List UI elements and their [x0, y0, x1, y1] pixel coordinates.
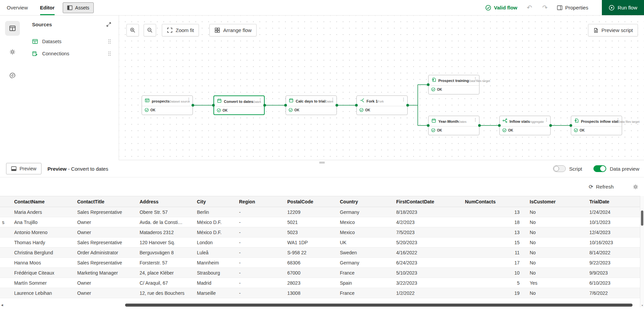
table-cell: Forsterstr. 57: [136, 260, 193, 265]
node-menu-icon[interactable]: ⋮: [187, 97, 191, 102]
drag-handle-icon[interactable]: [108, 39, 111, 44]
table-row[interactable]: Antonio MorenoOwnerMataderos 2312México …: [0, 227, 640, 237]
node-menu-icon[interactable]: ⋮: [616, 118, 620, 122]
horizontal-scrollbar[interactable]: ◀: [0, 303, 640, 307]
table-cell: Maria Anders: [10, 209, 73, 215]
rail-datasets-icon[interactable]: [5, 21, 20, 36]
node-fork-1[interactable]: Fork 1Fork ⋮ OK: [356, 95, 408, 115]
column-header[interactable]: NumContacts: [461, 199, 526, 204]
node-menu-icon[interactable]: ⋮: [473, 118, 477, 122]
column-header[interactable]: IsCustomer: [526, 199, 585, 204]
table-cell: Marketing Manager: [73, 270, 136, 276]
table-row[interactable]: Hanna MoosSales RepresentativeForsterstr…: [0, 258, 640, 268]
rail-lineage-icon[interactable]: [5, 68, 20, 83]
status-ok-icon: [359, 108, 363, 112]
column-header[interactable]: Country: [336, 199, 392, 204]
node-inflow-stats[interactable]: Inflow statsAggregate ⋮ OK: [499, 116, 551, 135]
table-cell: 5: [461, 280, 526, 286]
table-cell: -: [235, 209, 283, 215]
status-ok-icon: [145, 108, 149, 112]
table-cell: Ana Trujillo: [10, 220, 73, 225]
table-cell: No: [526, 230, 585, 235]
fork-icon: [359, 98, 364, 103]
data-preview-table: ContactNameContactTitleAddressCityRegion…: [0, 196, 640, 303]
preview-button[interactable]: Preview: [6, 163, 41, 174]
table-row[interactable]: Laurence LebihanOwner12, rue des Boucher…: [0, 288, 640, 298]
tab-overview[interactable]: Overview: [7, 0, 28, 15]
column-header[interactable]: City: [193, 199, 235, 204]
vertical-scrollbar-thumb[interactable]: [641, 210, 643, 226]
column-header[interactable]: Region: [235, 199, 283, 204]
flow-canvas[interactable]: Zoom fit Arrange flow Preview script pro…: [119, 16, 644, 160]
assets-button[interactable]: Assets: [63, 2, 94, 13]
arrange-flow-button[interactable]: Arrange flow: [209, 24, 257, 36]
node-menu-icon[interactable]: ⋮: [473, 77, 477, 81]
table-row[interactable]: Thomas HardySales Representative120 Hano…: [0, 237, 640, 248]
column-header[interactable]: Address: [136, 199, 193, 204]
table-cell: Luleå: [193, 250, 235, 255]
column-header[interactable]: PostalCode: [283, 199, 336, 204]
panel-resize-handle[interactable]: [319, 161, 325, 164]
node-prospects[interactable]: prospectsDataset source ⋮ OK: [142, 95, 193, 115]
rail-settings-icon[interactable]: [5, 45, 20, 59]
settings-gear-icon[interactable]: [633, 184, 639, 190]
horizontal-scrollbar-thumb[interactable]: [125, 304, 633, 307]
table-cell: No: [526, 290, 585, 296]
expand-panel-icon[interactable]: [106, 22, 111, 27]
node-menu-icon[interactable]: ⋮: [402, 97, 406, 102]
table-cell: No: [526, 209, 585, 215]
table-cell: Strasbourg: [193, 270, 235, 276]
table-row[interactable]: Christina BerglundOrder AdministratorBer…: [0, 248, 640, 258]
node-calc-days-to-trial[interactable]: Calc days to trialDates ⋮ OK: [286, 95, 337, 115]
preview-script-button[interactable]: Preview script: [588, 24, 638, 36]
column-header[interactable]: ContactTitle: [73, 199, 136, 204]
table-cell: Yes: [526, 280, 585, 286]
node-convert-to-dates[interactable]: Convert to datesDates ⋮ OK: [213, 95, 265, 115]
node-year-month[interactable]: Year-MonthDates ⋮ OK: [428, 116, 479, 135]
zoom-in-button[interactable]: [126, 24, 139, 36]
node-prospects-inflow-stat[interactable]: Prospects inflow statData files target ⋮…: [571, 116, 622, 135]
status-ok-icon: [502, 128, 506, 132]
drag-handle-icon[interactable]: [108, 51, 111, 56]
table-row[interactable]: Frédérique CiteauxMarketing Manager24, p…: [0, 268, 640, 278]
scroll-down-arrow-icon[interactable]: ▼: [640, 304, 644, 307]
assets-panel-icon: [67, 5, 72, 10]
table-cell: 1/2/2022: [392, 290, 461, 296]
column-header[interactable]: TrialDate: [585, 199, 639, 204]
node-menu-icon[interactable]: ⋮: [331, 97, 335, 102]
redo-icon[interactable]: ↷: [541, 4, 548, 11]
dates-icon: [217, 98, 222, 103]
refresh-button[interactable]: ⟳ Refresh: [589, 183, 614, 190]
node-menu-icon[interactable]: ⋮: [258, 98, 262, 102]
table-row[interactable]: Ana TrujilloOwnerAvda. de la Consti…Méxi…: [0, 217, 640, 227]
node-menu-icon[interactable]: ⋮: [545, 118, 549, 122]
left-icon-rail: [0, 16, 25, 160]
scroll-left-arrow-icon[interactable]: ◀: [1, 304, 3, 307]
sources-item-connections[interactable]: Connections: [32, 48, 111, 60]
table-cell: 6/10/2023: [585, 280, 639, 286]
column-header[interactable]: FirstContactDate: [392, 199, 461, 204]
table-cell: Laurence Lebihan: [10, 290, 73, 296]
table-cell: Berguvsvägen 8: [136, 250, 193, 255]
table-cell: Marseille: [193, 290, 235, 296]
tab-editor[interactable]: Editor: [40, 0, 55, 15]
undo-icon[interactable]: ↶: [526, 4, 533, 11]
vertical-scrollbar[interactable]: ▼: [640, 196, 644, 307]
table-row[interactable]: Maria AndersSales RepresentativeObere St…: [0, 207, 640, 217]
table-cell: Mannheim: [193, 260, 235, 265]
status-ok-icon: [574, 128, 578, 132]
zoom-fit-button[interactable]: Zoom fit: [162, 24, 199, 36]
zoom-out-button[interactable]: [144, 24, 156, 36]
table-cell: No: [526, 270, 585, 276]
script-toggle[interactable]: [553, 165, 566, 172]
run-flow-button[interactable]: Run flow: [602, 0, 644, 15]
table-cell: UK: [336, 240, 392, 245]
data-preview-toggle[interactable]: [593, 165, 606, 172]
table-cell: -: [235, 260, 283, 265]
properties-button[interactable]: Properties: [557, 5, 588, 10]
node-prospect-training[interactable]: Prospect trainingData files target ⋮ OK: [428, 75, 479, 94]
table-cell: -: [235, 240, 283, 245]
table-row[interactable]: Martín SommerOwnerC/ Araquil, 67Madrid-2…: [0, 278, 640, 288]
sources-item-datasets[interactable]: Datasets: [32, 35, 111, 48]
column-header[interactable]: ContactName: [10, 199, 73, 204]
